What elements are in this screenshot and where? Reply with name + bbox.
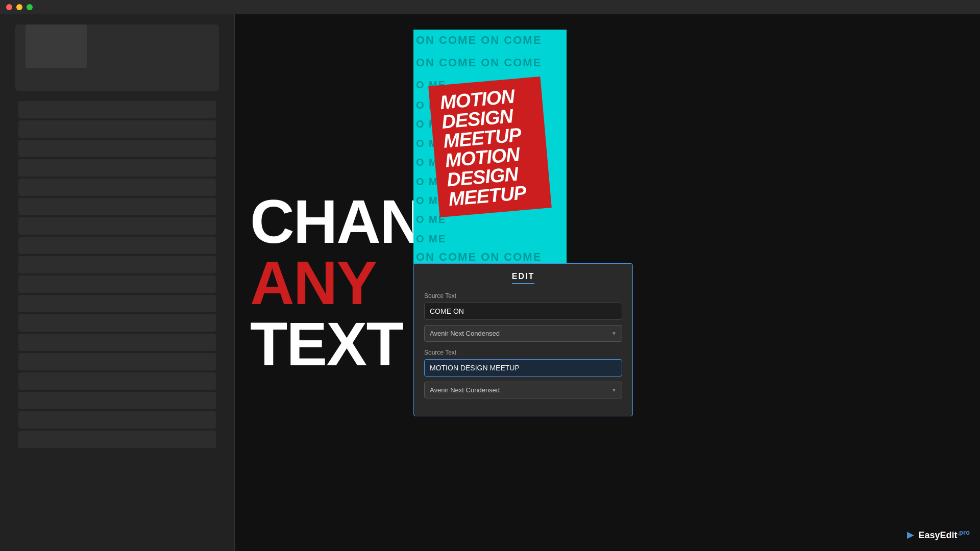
poster-row-1: ON COME ON COME bbox=[413, 30, 567, 51]
title-bar bbox=[0, 0, 980, 14]
sidebar-item[interactable] bbox=[18, 392, 216, 409]
poster-row-11: O ME bbox=[413, 229, 567, 249]
sidebar-item[interactable] bbox=[18, 217, 216, 235]
sidebar-item[interactable] bbox=[18, 334, 216, 351]
poster-center-text: MOTIONDESIGNMEETUPMOTIONDESIGNMEETUP bbox=[439, 85, 541, 209]
brand-suffix: .pro bbox=[957, 529, 970, 536]
sidebar-preview-box bbox=[15, 24, 219, 91]
dropdown-arrow-1: ▼ bbox=[611, 331, 617, 336]
sidebar-item[interactable] bbox=[18, 198, 216, 215]
sidebar-item[interactable] bbox=[18, 159, 216, 177]
source-text-input-1[interactable] bbox=[424, 303, 622, 320]
sidebar-item[interactable] bbox=[18, 120, 216, 138]
sidebar-item[interactable] bbox=[18, 411, 216, 429]
sidebar-item[interactable] bbox=[18, 431, 216, 448]
font-name-1: Avenir Next Condensed bbox=[430, 330, 500, 337]
poster-center-block: MOTIONDESIGNMEETUPMOTIONDESIGNMEETUP bbox=[428, 77, 552, 217]
sidebar-item[interactable] bbox=[18, 237, 216, 254]
sidebar-item[interactable] bbox=[18, 179, 216, 196]
left-sidebar bbox=[0, 14, 235, 551]
close-button[interactable] bbox=[6, 4, 12, 10]
maximize-button[interactable] bbox=[27, 4, 33, 10]
font-dropdown-1[interactable]: Avenir Next Condensed ▼ bbox=[424, 325, 622, 342]
sidebar-items bbox=[0, 101, 234, 448]
poster-preview: ON COME ON COME ON COME ON COME O ME O M… bbox=[413, 30, 567, 264]
sidebar-item[interactable] bbox=[18, 353, 216, 370]
sidebar-thumbnail bbox=[26, 24, 87, 68]
source-text-label-1: Source Text bbox=[424, 292, 622, 299]
sidebar-item[interactable] bbox=[18, 295, 216, 312]
minimize-button[interactable] bbox=[16, 4, 22, 10]
main-content: CHANGE ANY TEXT ON COME ON COME ON COME … bbox=[235, 14, 980, 551]
brand-name: EasyEdit.pro bbox=[918, 529, 970, 541]
source-text-input-2[interactable] bbox=[424, 359, 622, 377]
edit-panel: EDIT Source Text Avenir Next Condensed ▼… bbox=[413, 263, 633, 416]
sidebar-item[interactable] bbox=[18, 276, 216, 293]
font-dropdown-2[interactable]: Avenir Next Condensed ▼ bbox=[424, 382, 622, 398]
font-name-2: Avenir Next Condensed bbox=[430, 386, 500, 394]
poster-row-2: ON COME ON COME bbox=[413, 52, 567, 73]
sidebar-item[interactable] bbox=[18, 101, 216, 118]
sidebar-item[interactable] bbox=[18, 314, 216, 332]
poster-row-12: ON COME ON COME bbox=[413, 246, 567, 264]
dropdown-arrow-2: ▼ bbox=[611, 387, 617, 393]
watermark: ▶ EasyEdit.pro bbox=[907, 529, 970, 541]
edit-panel-title: EDIT bbox=[512, 272, 534, 284]
sidebar-item[interactable] bbox=[18, 256, 216, 273]
sidebar-item[interactable] bbox=[18, 140, 216, 157]
sidebar-item[interactable] bbox=[18, 372, 216, 390]
easyedit-icon: ▶ bbox=[907, 529, 914, 540]
source-text-label-2: Source Text bbox=[424, 349, 622, 356]
